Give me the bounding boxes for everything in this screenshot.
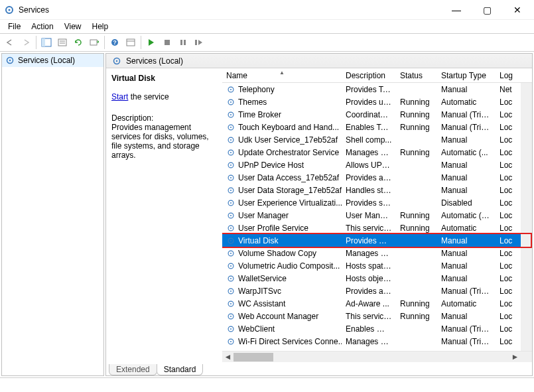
service-description: Enables Tou... (342, 123, 396, 132)
service-row[interactable]: WarpJITSvcProvides a JI...Manual (Trig..… (222, 285, 532, 297)
forward-button[interactable] (19, 35, 33, 50)
properties-button[interactable] (55, 35, 70, 50)
svg-point-19 (116, 60, 117, 61)
svg-point-39 (230, 202, 232, 204)
service-row[interactable]: User Profile ServiceThis service...Runni… (222, 222, 532, 234)
back-button[interactable] (3, 35, 17, 50)
scroll-left-icon[interactable]: ◄ (222, 352, 234, 363)
service-row[interactable]: Udk User Service_17eb52afShell comp...Ma… (222, 133, 532, 146)
service-row[interactable]: User Data Storage_17eb52afHandles sto...… (222, 184, 532, 196)
service-icon (226, 261, 235, 271)
maximize-button[interactable]: ▢ (472, 0, 502, 20)
service-logon: Loc (496, 123, 522, 132)
service-icon (226, 148, 235, 157)
tab-standard[interactable]: Standard (157, 364, 204, 375)
service-row[interactable]: WC AssistantAd-Aware ...RunningAutomatic… (222, 297, 532, 310)
service-description: Enables Win... (342, 324, 396, 334)
service-row[interactable]: Web Account ManagerThis service ...Runni… (222, 310, 532, 322)
statusbar (0, 377, 534, 391)
menu-file[interactable]: File (3, 21, 26, 33)
export-button[interactable] (87, 35, 101, 50)
svg-point-1 (9, 9, 11, 11)
service-row[interactable]: Update Orchestrator ServiceManages W...R… (222, 146, 532, 159)
col-name[interactable]: Name▲ (222, 71, 342, 80)
start-service-button[interactable] (144, 35, 159, 50)
detail-pane: Virtual Disk Start the service Descripti… (106, 68, 222, 362)
service-row[interactable]: WebClientEnables Win...Manual (Trig...Lo… (222, 322, 532, 335)
service-name: Volume Shadow Copy (238, 249, 316, 258)
service-logon: Loc (496, 249, 522, 258)
service-name: WalletService (238, 274, 287, 283)
horizontal-scrollbar[interactable]: ◄ ► (222, 351, 532, 362)
service-row[interactable]: Volumetric Audio Composit...Hosts spatia… (222, 259, 532, 272)
vertical-scrollbar[interactable] (521, 83, 532, 351)
list-button[interactable] (123, 35, 138, 50)
svg-point-43 (230, 228, 232, 229)
service-rows[interactable]: TelephonyProvides Tel...ManualNetThemesP… (222, 83, 532, 351)
restart-service-button[interactable] (192, 35, 206, 50)
svg-point-21 (230, 89, 232, 90)
menu-action[interactable]: Action (26, 21, 58, 33)
svg-point-29 (230, 139, 232, 141)
service-startup: Manual (Trig... (437, 110, 496, 119)
menu-view[interactable]: View (59, 21, 87, 33)
service-startup: Automatic (437, 299, 496, 308)
service-description: Shell comp... (342, 135, 396, 145)
service-row[interactable]: User Experience Virtualizati...Provides … (222, 196, 532, 209)
service-description: Provides su... (342, 198, 396, 208)
svg-point-37 (230, 190, 232, 191)
service-row[interactable]: Volume Shadow CopyManages an...ManualLoc (222, 247, 532, 259)
service-row[interactable]: TelephonyProvides Tel...ManualNet (222, 83, 532, 96)
service-row[interactable]: Virtual DiskProvides m...ManualLoc (222, 234, 532, 247)
service-status: Running (396, 110, 437, 119)
service-name: Telephony (238, 85, 275, 94)
service-startup: Automatic (437, 98, 496, 107)
svg-rect-14 (184, 40, 186, 45)
service-status: Running (396, 211, 437, 220)
service-row[interactable]: WalletServiceHosts objec...ManualLoc (222, 272, 532, 285)
service-row[interactable]: UPnP Device HostAllows UPn...ManualLoc (222, 159, 532, 171)
service-status: Running (396, 123, 437, 132)
minimize-button[interactable]: — (441, 0, 472, 20)
service-row[interactable]: User Data Access_17eb52afProvides ap...M… (222, 171, 532, 184)
scroll-thumb[interactable] (234, 353, 273, 361)
scroll-right-icon[interactable]: ► (509, 352, 521, 363)
show-hide-tree-button[interactable] (39, 35, 54, 50)
service-startup: Manual (Trig... (437, 287, 496, 296)
menu-help[interactable]: Help (87, 21, 114, 33)
col-description[interactable]: Description (342, 71, 396, 80)
close-button[interactable]: ✕ (502, 0, 533, 20)
tab-extended[interactable]: Extended (109, 364, 157, 375)
start-service-link[interactable]: Start (111, 92, 128, 101)
svg-point-49 (230, 265, 232, 267)
svg-point-33 (230, 164, 232, 166)
svg-rect-3 (42, 38, 45, 46)
service-row[interactable]: Time BrokerCoordinates...RunningManual (… (222, 108, 532, 121)
service-row[interactable]: ThemesProvides us...RunningAutomaticLoc (222, 96, 532, 108)
service-icon (226, 299, 235, 308)
help-button[interactable]: ? (107, 35, 122, 50)
service-icon (226, 312, 235, 321)
col-status[interactable]: Status (396, 71, 437, 80)
svg-rect-10 (127, 39, 135, 46)
service-startup: Manual (Trig... (437, 337, 496, 346)
refresh-button[interactable] (71, 35, 86, 50)
pause-service-button[interactable] (176, 35, 190, 50)
svg-point-51 (230, 278, 232, 279)
service-row[interactable]: Touch Keyboard and Hand...Enables Tou...… (222, 121, 532, 133)
service-icon (226, 98, 235, 107)
service-row[interactable]: Wi-Fi Direct Services Conne...Manages co… (222, 335, 532, 348)
tree-root-services-local[interactable]: Services (Local) (2, 54, 103, 67)
stop-service-button[interactable] (160, 35, 174, 50)
col-startup[interactable]: Startup Type (437, 71, 496, 80)
content-pane: Services (Local) Virtual Disk Start the … (105, 53, 533, 376)
titlebar: Services — ▢ ✕ (0, 0, 534, 20)
service-logon: Loc (496, 110, 522, 119)
service-name: Volumetric Audio Composit... (238, 261, 340, 271)
svg-point-53 (230, 291, 232, 292)
service-logon: Loc (496, 211, 522, 220)
service-row[interactable]: User ManagerUser Manag...RunningAutomati… (222, 209, 532, 222)
col-logon[interactable]: Log (496, 71, 522, 80)
service-logon: Loc (496, 312, 522, 321)
service-icon (226, 85, 235, 94)
